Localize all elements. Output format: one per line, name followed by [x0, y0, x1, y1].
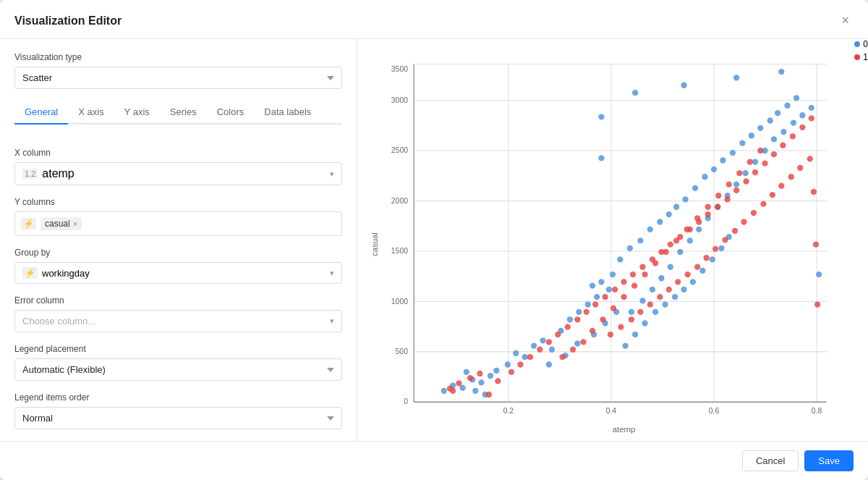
svg-point-76 [650, 287, 655, 292]
svg-point-152 [771, 151, 777, 157]
svg-point-184 [570, 347, 576, 353]
y-columns-section: Y columns ⚡ casual × [14, 197, 342, 236]
left-panel: Visualization type Scatter General X axi… [0, 39, 357, 441]
svg-text:2000: 2000 [391, 197, 408, 205]
svg-point-47 [585, 301, 591, 307]
svg-point-131 [574, 316, 580, 322]
group-by-select-row[interactable]: ⚡ workingday ▾ [14, 262, 342, 284]
x-column-section: X column 1.2 atemp ▾ [14, 148, 342, 185]
svg-point-162 [657, 294, 663, 300]
viz-type-section: Visualization type Scatter [14, 52, 342, 89]
tab-general[interactable]: General [14, 101, 68, 125]
error-column-label: Error column [14, 295, 342, 306]
svg-point-41 [531, 342, 537, 348]
legend-dot-0 [854, 41, 860, 47]
svg-point-55 [627, 245, 633, 251]
svg-point-112 [733, 75, 739, 80]
svg-point-179 [814, 301, 820, 307]
svg-point-171 [741, 219, 746, 224]
svg-point-189 [621, 294, 626, 300]
svg-point-188 [610, 306, 616, 311]
svg-point-153 [780, 143, 786, 148]
tab-y-axis[interactable]: Y axis [114, 101, 160, 125]
svg-point-97 [622, 342, 628, 348]
svg-text:0.6: 0.6 [709, 407, 720, 415]
y-column-tag-remove[interactable]: × [73, 219, 77, 228]
svg-point-126 [527, 354, 533, 360]
svg-point-134 [602, 294, 608, 300]
svg-point-158 [618, 324, 624, 330]
svg-point-198 [715, 193, 721, 198]
legend-item-1: 1 [854, 52, 868, 62]
tab-colors[interactable]: Colors [207, 101, 255, 125]
viz-type-select[interactable]: Scatter [14, 67, 342, 89]
svg-text:atemp: atemp [613, 425, 636, 434]
svg-point-54 [617, 256, 623, 262]
x-column-select-row[interactable]: 1.2 atemp ▾ [14, 162, 342, 185]
y-column-tag: casual × [41, 217, 82, 230]
svg-point-159 [629, 316, 634, 322]
svg-point-169 [722, 237, 728, 243]
svg-text:1500: 1500 [391, 247, 408, 255]
svg-point-167 [703, 255, 709, 261]
visualization-editor-modal: Visualization Editor × Visualization typ… [0, 0, 868, 480]
tab-data-labels[interactable]: Data labels [254, 101, 321, 125]
svg-point-105 [699, 268, 705, 274]
scatter-chart: casual atemp [369, 48, 856, 441]
svg-point-151 [762, 160, 767, 166]
svg-point-121 [477, 371, 482, 376]
svg-point-164 [675, 279, 681, 285]
svg-point-63 [702, 174, 707, 180]
svg-point-92 [799, 112, 805, 118]
svg-point-186 [590, 328, 595, 334]
svg-text:2500: 2500 [391, 146, 408, 154]
cancel-button[interactable]: Cancel [742, 450, 799, 471]
svg-point-183 [559, 354, 565, 360]
svg-point-160 [637, 309, 643, 315]
svg-point-176 [788, 174, 794, 180]
legend-placement-label: Legend placement [14, 344, 342, 354]
svg-point-181 [811, 189, 817, 195]
tab-series[interactable]: Series [160, 101, 207, 125]
svg-point-133 [592, 301, 598, 307]
svg-point-132 [584, 309, 590, 315]
modal-body: Visualization type Scatter General X axi… [0, 39, 868, 441]
legend-placement-select[interactable]: Automatic (Flexible) [14, 358, 342, 381]
svg-point-191 [642, 271, 647, 277]
chart-legend: 0 1 [854, 39, 868, 62]
svg-point-200 [736, 170, 742, 176]
tab-x-axis[interactable]: X axis [68, 101, 114, 125]
svg-text:0.4: 0.4 [606, 407, 617, 415]
x-column-value: atemp [42, 167, 74, 180]
svg-point-168 [712, 246, 718, 252]
svg-point-79 [677, 249, 683, 255]
legend-items-order-select[interactable]: Normal [14, 407, 342, 429]
svg-point-111 [681, 83, 686, 88]
svg-point-93 [809, 105, 814, 111]
svg-point-127 [537, 347, 542, 353]
svg-point-182 [450, 388, 456, 394]
svg-point-114 [816, 271, 822, 277]
svg-point-59 [666, 211, 672, 217]
svg-point-174 [770, 192, 775, 198]
svg-text:0: 0 [404, 397, 408, 405]
svg-point-166 [694, 264, 700, 270]
svg-text:3000: 3000 [391, 96, 408, 104]
y-columns-box[interactable]: ⚡ casual × [14, 211, 342, 236]
error-column-select-row[interactable]: Choose column... ▾ [14, 310, 342, 332]
error-column-section: Error column Choose column... ▾ [14, 295, 342, 332]
svg-point-60 [673, 204, 679, 210]
save-button[interactable]: Save [804, 450, 854, 471]
svg-point-61 [682, 196, 688, 202]
svg-point-68 [749, 132, 754, 138]
svg-point-193 [663, 249, 668, 255]
y-col-type-icon: ⚡ [21, 218, 36, 230]
svg-point-165 [685, 271, 691, 277]
close-button[interactable]: × [837, 12, 854, 30]
svg-point-34 [493, 368, 499, 374]
legend-label-1: 1 [863, 52, 868, 62]
svg-text:500: 500 [396, 348, 409, 355]
svg-point-125 [517, 361, 523, 367]
svg-point-62 [692, 185, 698, 191]
svg-point-202 [757, 148, 763, 153]
